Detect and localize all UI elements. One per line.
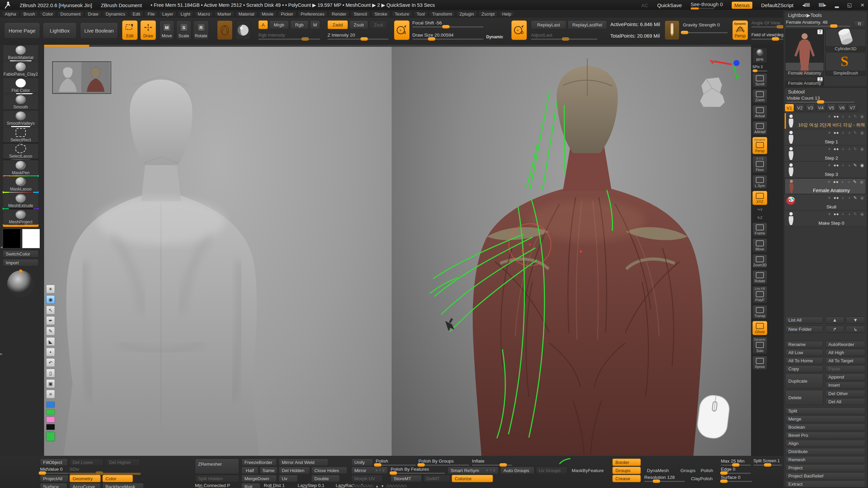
mid-value-slider[interactable]: MidValue 0 [40, 467, 69, 474]
lightbox-button[interactable]: LightBox [43, 22, 77, 39]
menu-item[interactable]: Zscript [478, 11, 498, 17]
all-low-button[interactable]: All Low [785, 349, 823, 356]
del-hidden-button[interactable]: Del Hidden [279, 467, 310, 474]
menu-item[interactable]: Transform [429, 11, 455, 17]
bpr-button[interactable]: BPR [752, 47, 767, 63]
menu-item[interactable]: Texture [392, 11, 412, 17]
pen-icon[interactable]: ✒ [46, 316, 55, 325]
color-swatch[interactable] [46, 409, 55, 415]
shelf-button[interactable]: Zoom [752, 89, 767, 103]
close-icon[interactable]: × [861, 1, 864, 9]
subtool-action-button[interactable]: Align [785, 440, 865, 447]
minimize-icon[interactable]: ▂ [835, 2, 839, 8]
color-swatch[interactable] [46, 424, 55, 430]
bulb-icon[interactable]: ☀ [46, 285, 55, 293]
close-holes-button[interactable]: Close Holes [311, 467, 347, 474]
all-to-target-button[interactable]: All To Target [825, 357, 865, 364]
subtool-row[interactable]: ▾●●◐◑✎◉ Skull [785, 195, 866, 210]
uv-button[interactable]: Uv [279, 475, 298, 482]
colorize-button[interactable]: Colorize [452, 475, 493, 482]
subtool-action-button[interactable]: Distribute [785, 448, 865, 455]
subtool-icons[interactable]: ▾●●◐◑✎◉ [828, 130, 864, 135]
m-button[interactable]: M [310, 20, 320, 29]
split-hidden-button[interactable]: Split Hidden [195, 475, 239, 482]
see-through-slider[interactable]: See-through 0 [691, 1, 723, 9]
visible-count-slider[interactable]: Visible Count 13 [787, 96, 854, 103]
rgb-button[interactable]: Rgb [290, 20, 309, 29]
ruler-icon[interactable]: ◣ [46, 337, 55, 346]
delete-button[interactable]: Delete [785, 390, 823, 405]
dynamic-label[interactable]: Dynamic [486, 35, 503, 39]
menu-item[interactable]: Zplugin [456, 11, 477, 17]
fill-object-button[interactable]: FillObject [40, 459, 68, 466]
unify-button[interactable]: Unify [351, 459, 373, 466]
menu-item[interactable]: Tool [414, 11, 428, 17]
subtool-action-button[interactable]: Remesh [785, 456, 865, 463]
panel-collapse-right-icon[interactable]: ▸ [0, 351, 2, 356]
list-all-button[interactable]: List All [785, 317, 823, 324]
focal-shift-slider[interactable]: Focal Shift -56 [412, 20, 484, 27]
shelf-button[interactable]: Zoom3D [752, 254, 767, 268]
adjust-last-slider[interactable]: AdjustLast [531, 33, 597, 40]
sidebar-tile[interactable]: SelectLasso [3, 143, 39, 159]
folder-branch-button[interactable]: ↳ [846, 326, 865, 333]
autoreorder-button[interactable]: AutoReorder [825, 341, 865, 348]
subtool-action-button[interactable]: Project [785, 464, 865, 471]
menu-item[interactable]: Stencil [351, 11, 370, 17]
switch-color-button[interactable]: SwitchColor [3, 250, 39, 258]
live-boolean-button[interactable]: Live Boolean [80, 22, 118, 39]
subtool-icons[interactable]: ▾●●◐◑✎◉ [828, 195, 864, 200]
shelf-button[interactable]: Actual [752, 105, 767, 119]
mrgb-button[interactable]: Mrgb [269, 20, 289, 29]
menu-item[interactable]: Light [178, 11, 193, 17]
subtool-icons[interactable]: ▾●●◐◑✎◉ [828, 163, 864, 168]
polish-by-groups-slider[interactable]: Polish By Groups [418, 459, 469, 466]
sidebar-tile[interactable]: MeshProject [3, 209, 39, 225]
crease-button[interactable]: Crease [612, 475, 641, 482]
panel-resize-handle[interactable]: ▲ ▼ [353, 484, 407, 488]
subtool-icons[interactable]: ▾●●◐◑✎◉ [828, 179, 864, 184]
menu-item[interactable]: Material [236, 11, 257, 17]
polish-by-features-slider[interactable]: Polish By Features [391, 467, 445, 474]
zsub-button[interactable]: Zsub [349, 20, 368, 29]
menu-item[interactable]: Brush [20, 11, 38, 17]
home-page-button[interactable]: Home Page [4, 22, 40, 39]
zcut-button[interactable]: Zcut [370, 20, 387, 29]
quicksave-button[interactable]: QuickSave [657, 2, 682, 8]
menus-button[interactable]: Menus [732, 2, 752, 9]
rename-button[interactable]: Rename [785, 341, 823, 348]
shelf-button[interactable]: L.Sym [752, 175, 767, 189]
menu-item[interactable]: Color [39, 11, 56, 17]
del-all-button[interactable]: Del All [825, 398, 865, 405]
sidebar-tile[interactable]: SmoothValleys [3, 110, 39, 126]
subtool-action-button[interactable]: Boolean [785, 424, 865, 431]
shelf-button[interactable]: ↷Y [752, 207, 767, 213]
menu-item[interactable]: File [144, 11, 158, 17]
primary-color-swatch[interactable] [3, 229, 21, 248]
rotate-button[interactable]: R Rotate [193, 20, 209, 40]
subtool-row[interactable]: ▾●●◐◑✎◉ Make Step 0 [785, 211, 866, 227]
roll-button[interactable]: Roll [241, 483, 260, 488]
del-lower-button[interactable]: Del Lower [70, 459, 103, 466]
subtool-row[interactable]: ▾●●◐◑✎◉ Step 3 [785, 162, 866, 178]
subtool-action-button[interactable]: Extract [785, 481, 865, 488]
project-all-button[interactable]: ProjectAll [40, 475, 68, 482]
shelf-button[interactable]: X Y Z Floor [752, 156, 767, 173]
sidebar-tile[interactable]: MeshExtrude [3, 193, 39, 208]
groups-button[interactable]: Groups [612, 467, 641, 474]
menu-item[interactable]: Movie [259, 11, 277, 17]
morph-uv-button[interactable]: Morph UV [351, 475, 382, 482]
store-mt-button[interactable]: StoreMT [391, 475, 422, 482]
shelf-button[interactable]: Line Fill PolyF [752, 286, 767, 303]
version-tab[interactable]: V2 [795, 104, 805, 112]
active-color-swatch[interactable] [46, 432, 55, 441]
sidebar-tile[interactable]: BasicMaterial [3, 45, 39, 60]
shelf-button[interactable]: Transp [752, 305, 767, 319]
rgb-intensity-slider[interactable]: Rgb Intensity [258, 33, 320, 40]
merge-down-button[interactable]: MergeDown [241, 475, 277, 482]
paste-button[interactable]: Paste [825, 365, 865, 372]
menu-item[interactable]: Edit [130, 11, 143, 17]
surface0-slider[interactable]: Surface 0 [721, 475, 752, 482]
sidebar-tile[interactable]: Smooth [3, 94, 39, 110]
sidebar-tile[interactable]: SelectRect [3, 127, 39, 143]
